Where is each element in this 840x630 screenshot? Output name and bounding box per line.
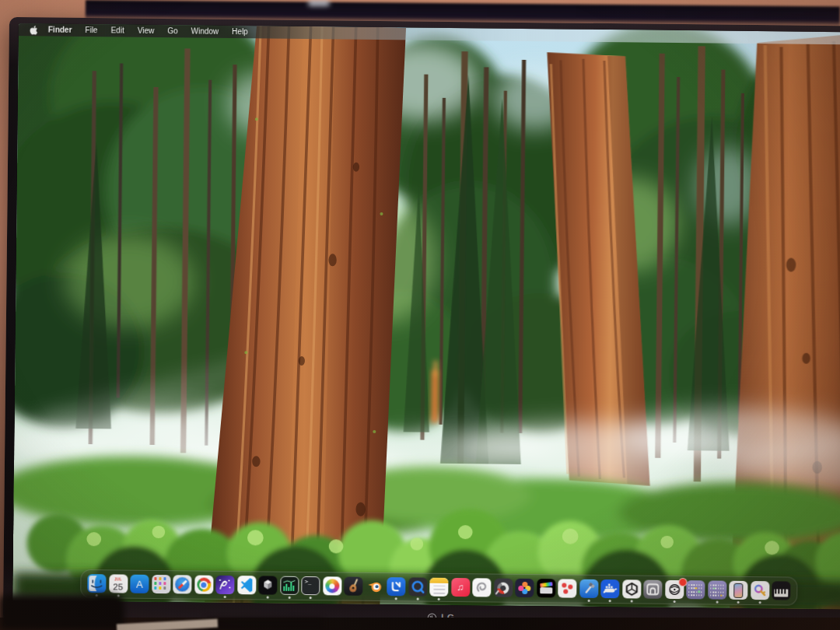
- docker-icon: [600, 579, 619, 598]
- dock-item-notes[interactable]: [429, 578, 448, 597]
- xcode-icon: [579, 579, 598, 598]
- passwords-icon: [751, 581, 769, 600]
- desktop-wallpaper[interactable]: [12, 23, 840, 609]
- dock-item-red-dots-app[interactable]: [558, 579, 576, 597]
- chatgpt-icon: [622, 579, 641, 598]
- dock-item-terminal-monitor[interactable]: [280, 576, 299, 595]
- menu-item-file[interactable]: File: [85, 24, 97, 37]
- blue-slicer-app-icon: [387, 577, 405, 596]
- dock-item-spiral-app[interactable]: [472, 578, 491, 597]
- terminal-graph-app-icon: [280, 576, 299, 595]
- running-indicator: [673, 600, 675, 602]
- blender-icon: [366, 577, 384, 596]
- dock-item-garageband[interactable]: [344, 577, 362, 596]
- launchpad-icon: [152, 575, 170, 593]
- terminal-prompt-app-icon: >_: [301, 576, 320, 595]
- music-icon: ♫: [451, 578, 470, 597]
- dock-item-finder[interactable]: [87, 574, 106, 593]
- dock-item-passwords[interactable]: [751, 581, 769, 600]
- dock-item-arch-frame-app[interactable]: [643, 580, 662, 599]
- desk-object: [0, 594, 124, 630]
- dock-item-calendar[interactable]: JUL 25: [109, 574, 128, 593]
- safari-icon: [173, 575, 191, 593]
- dock-item-final-cut[interactable]: [537, 579, 555, 597]
- garageband-icon: [344, 577, 362, 596]
- dock-item-piano[interactable]: [772, 581, 790, 600]
- red-dots-app-icon: [558, 579, 576, 597]
- chrome-icon: [194, 576, 213, 594]
- dock-item-cube-app[interactable]: [258, 576, 277, 594]
- dock-item-cura[interactable]: [387, 577, 405, 596]
- running-indicator: [716, 600, 718, 603]
- lg-monitor: Finder File Edit View Go Window Help: [3, 17, 840, 630]
- menu-item-view[interactable]: View: [138, 25, 155, 37]
- apple-menu[interactable]: [30, 25, 38, 35]
- macos-desktop-screen: Finder File Edit View Go Window Help: [12, 23, 840, 609]
- running-indicator: [587, 599, 590, 601]
- running-indicator: [395, 597, 397, 600]
- calendar-day: 25: [113, 583, 123, 592]
- quicktime-icon: [408, 577, 427, 596]
- dock-item-music[interactable]: ♫: [451, 578, 470, 597]
- menu-item-help[interactable]: Help: [232, 26, 248, 38]
- dock-item-chatgpt[interactable]: [622, 579, 641, 598]
- notes-icon: [429, 578, 448, 597]
- background-light-smudge: [308, 0, 330, 6]
- terminal-prompt-glyph: >_: [305, 579, 312, 585]
- cube-3d-app-icon: [258, 576, 277, 594]
- menu-item-edit[interactable]: Edit: [110, 24, 124, 37]
- dock-item-safari[interactable]: [173, 575, 191, 593]
- dock-item-docker[interactable]: [600, 579, 619, 598]
- dock-item-launchpad[interactable]: [152, 575, 170, 593]
- dock-item-vscode[interactable]: [237, 576, 256, 594]
- piano-keys-icon: [772, 581, 790, 600]
- menu-item-finder[interactable]: Finder: [48, 24, 72, 37]
- running-indicator: [758, 601, 761, 604]
- calendar-month: JUL: [114, 578, 121, 582]
- ascii-tiles-app-icon: [708, 580, 726, 599]
- dock-item-blender[interactable]: [366, 577, 384, 596]
- spiral-app-icon: [472, 578, 491, 597]
- dock-item-ring-app[interactable]: [494, 579, 513, 597]
- photo-of-monitor: Finder File Edit View Go Window Help: [0, 0, 840, 630]
- iphone-mirroring-icon: [729, 581, 747, 600]
- running-indicator: [630, 600, 632, 602]
- davinci-resolve-icon: [515, 579, 534, 597]
- dock-item-photos[interactable]: [323, 576, 341, 595]
- dock-item-terminal[interactable]: >_: [301, 576, 320, 595]
- running-indicator: [288, 596, 290, 598]
- dock-item-chrome[interactable]: [194, 576, 213, 594]
- app-store-icon: A: [130, 575, 149, 593]
- photos-icon: [323, 576, 341, 595]
- running-indicator: [267, 596, 269, 598]
- vscode-icon: [237, 576, 256, 594]
- dock-item-atlas[interactable]: [665, 580, 684, 599]
- running-indicator: [310, 597, 312, 599]
- calendar-icon: JUL 25: [109, 574, 128, 593]
- dock-item-app-store[interactable]: A: [130, 575, 149, 593]
- dock-item-ascii-app-1[interactable]: [686, 580, 705, 599]
- ascii-tiles-app-icon: [686, 580, 705, 599]
- notification-badge: [678, 578, 687, 586]
- dock-item-davinci-resolve[interactable]: [515, 579, 534, 597]
- desk-object: [206, 618, 323, 630]
- donut-ring-app-icon: [494, 579, 513, 597]
- running-indicator: [416, 597, 418, 600]
- menu-item-go[interactable]: Go: [167, 25, 178, 37]
- dock-item-quicktime[interactable]: [408, 577, 427, 596]
- running-indicator: [737, 600, 740, 603]
- dock-item-iphone-mirroring[interactable]: [729, 581, 747, 600]
- running-indicator: [438, 597, 440, 600]
- purple-scribble-app-icon: [215, 576, 234, 594]
- final-cut-icon: [537, 579, 555, 597]
- menu-item-window[interactable]: Window: [191, 25, 219, 37]
- dock-item-antigravity[interactable]: [215, 576, 234, 594]
- running-indicator: [609, 600, 611, 602]
- dock-item-xcode[interactable]: [579, 579, 598, 598]
- finder-icon: [87, 574, 106, 593]
- arch-frame-app-icon: [643, 580, 662, 599]
- dock-item-ascii-app-2[interactable]: [708, 580, 726, 599]
- apple-logo-icon: [30, 25, 38, 35]
- running-indicator: [224, 595, 226, 597]
